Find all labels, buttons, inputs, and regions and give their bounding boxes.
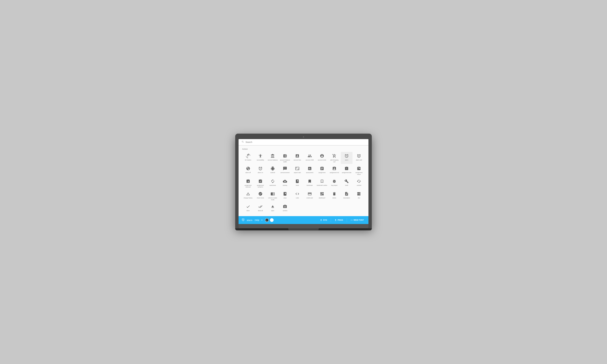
icon-cell-dns[interactable]: dns — [353, 190, 365, 202]
web-font-download-button[interactable]: WEB FONT — [349, 218, 365, 222]
icon-label-alarm-on: alarm on — [258, 172, 263, 174]
icon-cell-alarm[interactable]: alarm — [341, 152, 353, 164]
class-icon — [283, 191, 287, 196]
check-circle-icon — [258, 191, 263, 196]
icon-label-3d-rotation: 3d rotation — [245, 159, 251, 161]
svg-download-button[interactable]: SVG — [318, 218, 329, 222]
icon-cell-done[interactable]: done — [242, 203, 254, 213]
icon-label-account-child: account child — [306, 159, 314, 161]
icon-cell-dashboard[interactable]: dashboard — [316, 190, 328, 202]
icon-label-account-circle: account circle — [318, 159, 326, 161]
change-history-icon — [246, 191, 250, 196]
cached-icon — [357, 179, 361, 184]
icon-cell-eject[interactable]: eject — [267, 203, 278, 213]
3d-rotation-icon — [246, 154, 250, 158]
icon-cell-assignment-ind[interactable]: assignment ind — [328, 165, 340, 177]
icon-label-alarm-add: alarm add — [356, 159, 362, 161]
icon-label-add-shopping-cart: add shopping cart — [329, 159, 340, 163]
dns-icon — [357, 191, 361, 196]
icon-cell-autorenew[interactable]: autorenew — [267, 177, 278, 189]
icon-label-assignment-late: assignment late — [342, 172, 351, 174]
search-input[interactable] — [246, 141, 365, 143]
icon-cell-change-history[interactable]: change history — [242, 190, 254, 202]
light-color-option[interactable] — [270, 218, 274, 222]
icon-cell-alarm-on[interactable]: alarm on — [254, 165, 266, 177]
icon-cell-done-all[interactable]: done all — [254, 203, 266, 213]
aspect-ratio-icon — [295, 166, 299, 171]
icon-cell-description[interactable]: description — [341, 190, 353, 202]
add-shopping-cart-icon — [332, 154, 336, 158]
eject-icon — [271, 204, 275, 209]
icon-cell-assessment[interactable]: assessment — [304, 165, 316, 177]
icon-label-chrome-reader-mode: chrome reader mode — [267, 197, 278, 201]
selected-icon-preview — [242, 218, 245, 222]
icon-cell-bookmark[interactable]: bookmark — [304, 177, 316, 189]
icon-label-dashboard: dashboard — [319, 197, 325, 199]
dashboard-icon — [320, 191, 324, 196]
icon-cell-assignment-returned[interactable]: assignment returned — [242, 177, 254, 189]
assignment-return-icon — [357, 166, 361, 171]
icon-cell-3d-rotation[interactable]: 3d rotation — [242, 152, 254, 164]
camera-dot — [303, 136, 304, 138]
icon-label-bookmark: bookmark — [307, 185, 313, 186]
icon-cell-account-balance-wallet[interactable]: account balance wallet — [279, 152, 291, 164]
icon-cell-announcement[interactable]: announcement — [279, 165, 291, 177]
assignment-turned-in-icon — [258, 179, 263, 184]
pngs-download-button[interactable]: PNGS — [333, 218, 345, 222]
icon-cell-add-shopping-cart[interactable]: add shopping cart — [328, 152, 340, 164]
icon-cell-bug-report[interactable]: bug report — [328, 177, 340, 189]
assignment-late-icon — [344, 166, 349, 171]
icon-label-done: done — [247, 210, 250, 212]
icon-cell-android[interactable]: android — [267, 165, 278, 177]
laptop-base — [238, 224, 369, 228]
icon-cell-class[interactable]: class — [279, 190, 291, 202]
search-icon — [242, 141, 244, 144]
icon-cell-account-child[interactable]: account child — [304, 152, 316, 164]
icon-label-autorenew: autorenew — [269, 185, 276, 186]
alarm-off-icon — [246, 166, 250, 171]
icon-cell-alarm-off[interactable]: alarm off — [242, 165, 254, 177]
description-icon — [344, 191, 349, 196]
icon-cell-assignment[interactable]: assignment — [316, 165, 328, 177]
icon-cell-account-balance[interactable]: account balance — [267, 152, 278, 164]
search-bar — [238, 139, 369, 145]
account-balance-icon — [271, 154, 275, 158]
section-label: Action — [242, 148, 365, 150]
icon-cell-aspect-ratio[interactable]: aspect ratio — [291, 165, 303, 177]
icon-label-assignment-ind: assignment ind — [330, 172, 339, 174]
icon-label-backup: backup — [283, 185, 287, 186]
icon-cell-bookmark-outline[interactable]: bookmark outline — [316, 177, 328, 189]
bookmark-outline-icon — [320, 179, 324, 184]
icon-cell-camera[interactable]: camera — [279, 203, 291, 213]
assignment-icon — [320, 166, 324, 171]
icon-cell-assignment-return[interactable]: assignment return — [353, 165, 365, 177]
icon-cell-book[interactable]: book — [291, 177, 303, 189]
icon-cell-build[interactable]: build — [341, 177, 353, 189]
dark-color-option[interactable]: ✓ — [265, 218, 269, 222]
icon-label-camera: camera — [283, 210, 287, 212]
delete-icon — [332, 191, 336, 196]
icon-cell-alarm-add[interactable]: alarm add — [353, 152, 365, 164]
icon-cell-code[interactable]: code — [291, 190, 303, 202]
icon-label-alarm-off: alarm off — [245, 172, 251, 174]
selected-size: 24dp — [255, 219, 259, 221]
size-dropdown-arrow[interactable]: ▾ — [262, 219, 262, 221]
icon-cell-assignment-turned-in[interactable]: assignment turned in — [254, 177, 266, 189]
icon-cell-accessibility[interactable]: accessibility — [254, 152, 266, 164]
icon-cell-delete[interactable]: delete — [328, 190, 340, 202]
icon-cell-check-circle[interactable]: check circle — [254, 190, 266, 202]
icon-label-credit-card: credit card — [306, 197, 313, 199]
icon-cell-account-circle[interactable]: account circle — [316, 152, 328, 164]
icon-cell-account-box[interactable]: account box — [291, 152, 303, 164]
icon-cell-chrome-reader-mode[interactable]: chrome reader mode — [267, 190, 278, 202]
separator-1 — [331, 218, 331, 222]
icon-label-account-box: account box — [294, 159, 301, 161]
icon-cell-credit-card[interactable]: credit card — [304, 190, 316, 202]
bug-report-icon — [332, 179, 336, 184]
chrome-reader-mode-icon — [271, 191, 275, 196]
alarm-icon — [344, 154, 349, 158]
icon-cell-assignment-late[interactable]: assignment late — [341, 165, 353, 177]
icon-cell-cached[interactable]: cached — [353, 177, 365, 189]
icon-cell-backup[interactable]: backup — [279, 177, 291, 189]
icon-label-assignment-returned: assignment returned — [243, 185, 253, 188]
